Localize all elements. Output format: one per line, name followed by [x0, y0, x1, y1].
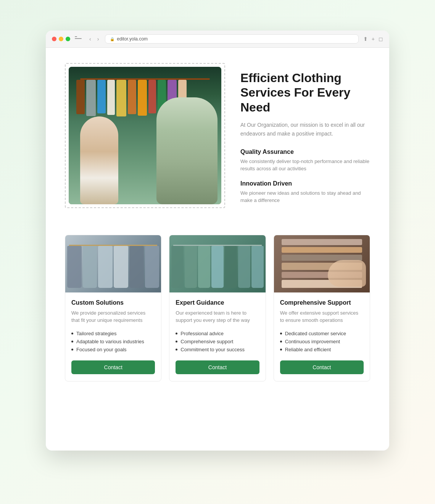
card-image-1: [65, 235, 161, 292]
bullet-dot: [71, 349, 73, 351]
card-body-2: Expert Guidance Our experienced team is …: [169, 292, 265, 381]
bullet-text: Adaptable to various industries: [76, 339, 144, 344]
bullet-text: Tailored strategies: [76, 331, 117, 336]
feature-innovation-desc: We pioneer new ideas and solutions to st…: [240, 189, 370, 204]
url-text: editor.yola.com: [117, 36, 148, 42]
card-desc-3: We offer extensive support services to e…: [280, 309, 364, 324]
bullet-dot: [280, 349, 282, 351]
feature-innovation: Innovation Driven We pioneer new ideas a…: [240, 180, 370, 204]
bullet-item: Comprehensive support: [176, 338, 259, 346]
bullet-dot: [280, 341, 282, 342]
card-image-2: [169, 235, 265, 292]
feature-innovation-title: Innovation Driven: [240, 180, 370, 187]
contact-button-3[interactable]: Contact: [280, 360, 364, 374]
bullet-text: Commitment to your success: [180, 347, 245, 352]
card-custom-solutions: Custom Solutions We provide personalized…: [65, 235, 161, 381]
hero-subtitle: At Our Organization, our mission is to e…: [240, 121, 370, 138]
bullet-item: Tailored strategies: [71, 330, 155, 338]
bullet-dot: [176, 341, 177, 342]
contact-button-1[interactable]: Contact: [71, 360, 155, 374]
bullet-text: Focused on your goals: [76, 347, 127, 352]
bullet-text: Dedicated customer service: [285, 331, 346, 336]
card-title-1: Custom Solutions: [71, 299, 155, 306]
card-desc-2: Our experienced team is here to support …: [176, 309, 259, 324]
cards-section: Custom Solutions We provide personalized…: [65, 235, 370, 381]
bullet-dot: [71, 341, 73, 342]
bullet-dot: [71, 333, 73, 334]
card-comprehensive-support: Comprehensive Support We offer extensive…: [274, 235, 370, 381]
browser-window: ‹ › 🔒 editor.yola.com ⬆ + ◻: [46, 31, 389, 451]
share-icon[interactable]: ⬆: [363, 36, 368, 42]
bullet-item: Professional advice: [176, 330, 259, 338]
traffic-light-yellow[interactable]: [59, 37, 63, 41]
feature-quality: Quality Assurance We consistently delive…: [240, 149, 370, 173]
bullet-text: Comprehensive support: [180, 339, 233, 344]
hero-section: Efficient Clothing Services For Every Ne…: [65, 63, 370, 212]
dashed-border: [65, 63, 225, 208]
bullet-dot: [176, 349, 177, 351]
hero-image-wrapper: [65, 63, 225, 208]
bullet-item: Adaptable to various industries: [71, 338, 155, 346]
bullet-list-2: Professional advice Comprehensive suppor…: [176, 330, 259, 354]
bullet-list-3: Dedicated customer service Continuous im…: [280, 330, 364, 354]
browser-chrome: ‹ › 🔒 editor.yola.com ⬆ + ◻: [46, 31, 389, 48]
bullet-text: Professional advice: [180, 331, 224, 336]
traffic-light-green[interactable]: [66, 37, 70, 41]
browser-actions: ⬆ + ◻: [363, 36, 383, 42]
bullet-item: Continuous improvement: [280, 338, 364, 346]
bullet-dot: [280, 333, 282, 334]
bullet-item: Commitment to your success: [176, 346, 259, 354]
bullet-dot: [176, 333, 177, 334]
card-title-2: Expert Guidance: [176, 299, 259, 306]
nav-forward-button[interactable]: ›: [96, 35, 101, 43]
sidebar-toggle-icon[interactable]: [75, 36, 82, 42]
bullet-item: Dedicated customer service: [280, 330, 364, 338]
traffic-lights: [52, 37, 70, 41]
feature-quality-desc: We consistently deliver top-notch perfor…: [240, 158, 370, 173]
card-title-3: Comprehensive Support: [280, 299, 364, 306]
card-body-3: Comprehensive Support We offer extensive…: [274, 292, 370, 381]
hero-title: Efficient Clothing Services For Every Ne…: [240, 71, 370, 115]
feature-quality-title: Quality Assurance: [240, 149, 370, 155]
bullet-list-1: Tailored strategies Adaptable to various…: [71, 330, 155, 354]
bullet-item: Focused on your goals: [71, 346, 155, 354]
add-tab-icon[interactable]: +: [372, 36, 375, 42]
traffic-light-red[interactable]: [52, 37, 56, 41]
bullet-text: Continuous improvement: [285, 339, 340, 344]
card-body-1: Custom Solutions We provide personalized…: [65, 292, 161, 381]
bullet-text: Reliable and efficient: [285, 347, 331, 352]
contact-button-2[interactable]: Contact: [176, 360, 259, 374]
bullet-item: Reliable and efficient: [280, 346, 364, 354]
address-bar[interactable]: 🔒 editor.yola.com: [105, 34, 358, 44]
page-content: Efficient Clothing Services For Every Ne…: [46, 48, 389, 397]
hero-image: [69, 67, 221, 204]
extensions-icon[interactable]: ◻: [379, 36, 383, 42]
hero-text: Efficient Clothing Services For Every Ne…: [240, 63, 370, 212]
card-image-3: [274, 235, 370, 292]
lock-icon: 🔒: [110, 37, 114, 41]
browser-nav: ‹ ›: [88, 35, 100, 43]
nav-back-button[interactable]: ‹: [88, 35, 93, 43]
card-expert-guidance: Expert Guidance Our experienced team is …: [169, 235, 266, 381]
card-desc-1: We provide personalized services that fi…: [71, 309, 155, 324]
